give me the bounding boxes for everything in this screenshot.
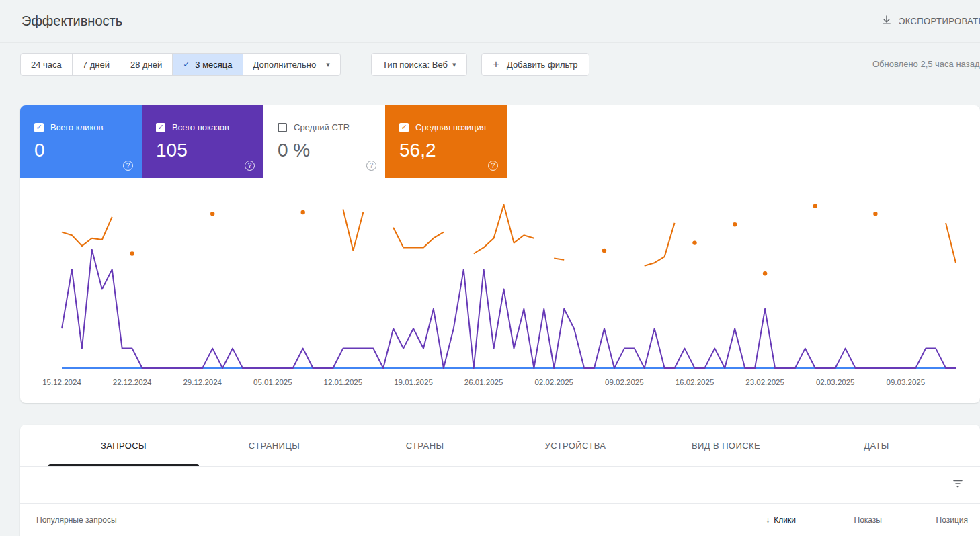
tab-dates[interactable]: ДАТЫ bbox=[801, 425, 952, 466]
metric-value: 105 bbox=[156, 140, 251, 161]
download-icon bbox=[881, 14, 893, 28]
metric-value: 0 bbox=[34, 140, 130, 161]
export-button[interactable]: ЭКСПОРТИРОВАТЬ bbox=[881, 14, 980, 28]
filter-list-icon bbox=[952, 478, 964, 492]
range-7d-button[interactable]: 7 дней bbox=[73, 54, 120, 75]
metric-value: 56,2 bbox=[399, 140, 495, 161]
metric-label: Всего показов bbox=[172, 122, 229, 132]
range-3m-button[interactable]: ✓ 3 месяца bbox=[173, 54, 243, 75]
performance-chart-card: ✓ Всего кликов 0 ? ✓ Всего показов 105 ?… bbox=[20, 105, 980, 403]
tab-label: ДАТЫ bbox=[864, 441, 889, 451]
range-label: 7 дней bbox=[83, 60, 110, 70]
tab-countries[interactable]: СТРАНЫ bbox=[350, 425, 500, 466]
metric-card-avg-position[interactable]: ✓ Средняя позиция 56,2 ? bbox=[385, 105, 507, 178]
column-header-position[interactable]: Позиция bbox=[882, 515, 968, 525]
performance-line-chart[interactable]: 15.12.202422.12.202429.12.202405.01.2025… bbox=[20, 178, 980, 403]
search-type-filter[interactable]: Тип поиска: Веб ▾ bbox=[371, 53, 467, 76]
tab-search-appearance[interactable]: ВИД В ПОИСКЕ bbox=[651, 425, 801, 466]
export-label: ЭКСПОРТИРОВАТЬ bbox=[899, 16, 980, 26]
range-28d-button[interactable]: 28 дней bbox=[120, 54, 173, 75]
date-range-group: 24 часа 7 дней 28 дней ✓ 3 месяца Дополн… bbox=[20, 53, 341, 76]
last-updated-text: Обновлено 2,5 часа назад bbox=[872, 59, 979, 69]
column-header-queries[interactable]: Популярные запросы bbox=[36, 515, 710, 525]
position-checkbox[interactable]: ✓ bbox=[399, 123, 409, 132]
page-title: Эффективность bbox=[22, 13, 122, 29]
range-label: 28 дней bbox=[130, 60, 162, 70]
metric-card-total-impressions[interactable]: ✓ Всего показов 105 ? bbox=[142, 105, 263, 178]
metric-label: Средняя позиция bbox=[415, 122, 486, 132]
column-header-clicks[interactable]: ↓ Клики bbox=[710, 515, 796, 525]
more-label: Дополнительно bbox=[253, 60, 317, 70]
column-label: Позиция bbox=[936, 515, 968, 525]
metric-label: Всего кликов bbox=[50, 122, 103, 132]
column-label: Показы bbox=[854, 515, 882, 525]
chart-svg: 15.12.202422.12.202429.12.202405.01.2025… bbox=[20, 178, 980, 403]
search-type-label: Тип поиска: Веб bbox=[382, 60, 448, 70]
column-label: Клики bbox=[774, 515, 796, 525]
add-filter-button[interactable]: + Добавить фильтр bbox=[481, 53, 589, 76]
column-header-impressions[interactable]: Показы bbox=[796, 515, 882, 525]
metric-card-avg-ctr[interactable]: ✓ Средний CTR 0 % ? bbox=[263, 105, 385, 178]
range-24h-button[interactable]: 24 часа bbox=[21, 54, 73, 75]
tab-queries[interactable]: ЗАПРОСЫ bbox=[48, 425, 199, 466]
tab-devices[interactable]: УСТРОЙСТВА bbox=[500, 425, 651, 466]
table-header-row: Популярные запросы ↓ Клики Показы Позици… bbox=[20, 504, 980, 536]
svg-text:09.02.2025: 09.02.2025 bbox=[605, 378, 644, 386]
range-label: 24 часа bbox=[31, 60, 62, 70]
tab-label: ЗАПРОСЫ bbox=[101, 441, 147, 451]
svg-text:22.12.2024: 22.12.2024 bbox=[113, 378, 152, 386]
arrow-down-icon: ↓ bbox=[766, 515, 770, 525]
metric-value: 0 % bbox=[278, 140, 373, 161]
svg-text:19.01.2025: 19.01.2025 bbox=[394, 378, 433, 386]
table-toolbar bbox=[20, 467, 980, 504]
svg-text:29.12.2024: 29.12.2024 bbox=[183, 378, 222, 386]
check-icon: ✓ bbox=[157, 123, 163, 132]
top-header: Эффективность ЭКСПОРТИРОВАТЬ bbox=[0, 0, 980, 43]
tab-pages[interactable]: СТРАНИЦЫ bbox=[199, 425, 350, 466]
dimensions-table-card: ЗАПРОСЫ СТРАНИЦЫ СТРАНЫ УСТРОЙСТВА ВИД В… bbox=[20, 425, 980, 536]
metric-label: Средний CTR bbox=[294, 122, 350, 132]
svg-text:26.01.2025: 26.01.2025 bbox=[464, 378, 503, 386]
metric-card-total-clicks[interactable]: ✓ Всего кликов 0 ? bbox=[20, 105, 142, 178]
svg-text:02.03.2025: 02.03.2025 bbox=[816, 378, 855, 386]
tab-label: СТРАНИЦЫ bbox=[249, 441, 300, 451]
dimension-tabs: ЗАПРОСЫ СТРАНИЦЫ СТРАНЫ УСТРОЙСТВА ВИД В… bbox=[20, 425, 980, 467]
help-icon[interactable]: ? bbox=[245, 161, 255, 171]
svg-text:23.02.2025: 23.02.2025 bbox=[745, 378, 784, 386]
filter-bar: 24 часа 7 дней 28 дней ✓ 3 месяца Дополн… bbox=[0, 53, 980, 76]
svg-text:09.03.2025: 09.03.2025 bbox=[887, 378, 926, 386]
check-icon: ✓ bbox=[36, 123, 42, 132]
chevron-down-icon: ▾ bbox=[452, 60, 456, 69]
tab-label: УСТРОЙСТВА bbox=[545, 441, 606, 451]
add-filter-label: Добавить фильтр bbox=[507, 60, 578, 70]
help-icon[interactable]: ? bbox=[123, 161, 133, 171]
svg-text:12.01.2025: 12.01.2025 bbox=[324, 378, 363, 386]
clicks-checkbox[interactable]: ✓ bbox=[34, 123, 44, 132]
table-filter-button[interactable] bbox=[949, 476, 967, 494]
plus-icon: + bbox=[493, 58, 499, 71]
range-label: 3 месяца bbox=[195, 60, 232, 70]
ctr-checkbox[interactable]: ✓ bbox=[278, 123, 287, 132]
svg-text:15.12.2024: 15.12.2024 bbox=[42, 378, 81, 386]
tab-label: СТРАНЫ bbox=[406, 441, 444, 451]
check-icon: ✓ bbox=[183, 60, 190, 69]
svg-text:05.01.2025: 05.01.2025 bbox=[253, 378, 292, 386]
help-icon[interactable]: ? bbox=[488, 161, 498, 171]
more-ranges-button[interactable]: Дополнительно ▾ bbox=[243, 54, 340, 75]
svg-text:02.02.2025: 02.02.2025 bbox=[534, 378, 573, 386]
help-icon[interactable]: ? bbox=[366, 161, 376, 171]
check-icon: ✓ bbox=[401, 123, 407, 132]
chevron-down-icon: ▾ bbox=[326, 60, 330, 69]
svg-text:16.02.2025: 16.02.2025 bbox=[676, 378, 714, 386]
impressions-checkbox[interactable]: ✓ bbox=[156, 123, 165, 132]
metric-cards-row: ✓ Всего кликов 0 ? ✓ Всего показов 105 ?… bbox=[20, 105, 980, 178]
tab-label: ВИД В ПОИСКЕ bbox=[692, 441, 760, 451]
